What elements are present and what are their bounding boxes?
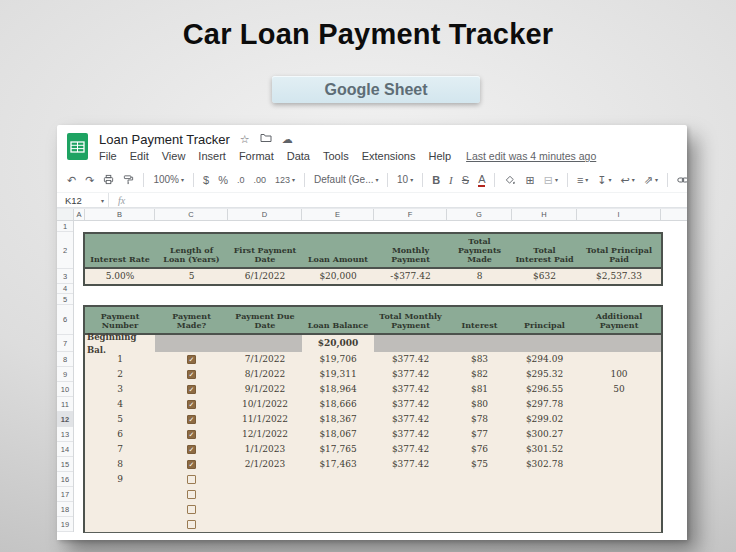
payment-made-checkbox[interactable]	[187, 505, 196, 514]
principal-cell[interactable]: $297.78	[512, 398, 577, 411]
formula-input[interactable]	[125, 193, 687, 207]
payments-header-cell[interactable]: Loan Balance	[302, 307, 374, 333]
doc-title[interactable]: Loan Payment Tracker	[99, 132, 230, 147]
summary-header-cell[interactable]: Loan Amount	[302, 234, 374, 267]
column-header-g[interactable]: G	[447, 209, 512, 220]
summary-value-cell[interactable]: 5	[155, 270, 228, 283]
row-header-10[interactable]: 10	[57, 382, 73, 397]
row-header-18[interactable]: 18	[57, 502, 73, 517]
interest-cell[interactable]: $80	[447, 398, 512, 411]
row-header-9[interactable]: 9	[57, 367, 73, 382]
interest-cell[interactable]: $76	[447, 443, 512, 456]
format-percent-button[interactable]: %	[218, 174, 228, 186]
interest-cell[interactable]: $77	[447, 428, 512, 441]
row-header-4[interactable]: 4	[57, 284, 73, 294]
row-header-6[interactable]: 6	[57, 305, 73, 335]
summary-value-cell[interactable]: -$377.42	[374, 270, 447, 283]
payment-made-cell[interactable]: ✓	[155, 367, 228, 382]
monthly-payment-cell[interactable]: $377.42	[374, 413, 447, 426]
menu-view[interactable]: View	[162, 150, 186, 162]
more-formats-button[interactable]: 123▾	[275, 174, 295, 186]
payment-number-cell[interactable]: 9	[85, 473, 155, 486]
interest-cell[interactable]: $83	[447, 353, 512, 366]
summary-value-cell[interactable]: 5.00%	[85, 270, 155, 283]
monthly-payment-cell[interactable]: $377.42	[374, 428, 447, 441]
payments-header-cell[interactable]: Total Monthly Payment	[374, 307, 447, 333]
principal-cell[interactable]: $300.27	[512, 428, 577, 441]
payment-made-cell[interactable]: ✓	[155, 382, 228, 397]
print-icon[interactable]	[103, 174, 114, 185]
move-folder-icon[interactable]	[260, 133, 272, 145]
loan-balance-cell[interactable]: $19,311	[302, 368, 374, 381]
payment-made-cell[interactable]: ✓	[155, 442, 228, 457]
row-header-16[interactable]: 16	[57, 472, 73, 487]
summary-value-cell[interactable]: $20,000	[302, 270, 374, 283]
menu-format[interactable]: Format	[239, 150, 274, 162]
principal-cell[interactable]: $294.09	[512, 353, 577, 366]
payment-made-cell[interactable]	[155, 472, 228, 487]
menu-file[interactable]: File	[99, 150, 117, 162]
column-header-f[interactable]: F	[374, 209, 447, 220]
summary-header-cell[interactable]: First Payment Date	[228, 234, 302, 267]
summary-value-cell[interactable]: 8	[447, 270, 512, 283]
row-header-7[interactable]: 7	[57, 335, 73, 352]
summary-header-cell[interactable]: Monthly Payment	[374, 234, 447, 267]
monthly-payment-cell[interactable]: $377.42	[374, 398, 447, 411]
row-header-13[interactable]: 13	[57, 427, 73, 442]
interest-cell[interactable]: $78	[447, 413, 512, 426]
payment-made-checkbox[interactable]: ✓	[187, 355, 196, 364]
due-date-cell[interactable]: 11/1/2022	[228, 413, 302, 426]
loan-balance-cell[interactable]: $17,765	[302, 443, 374, 456]
menu-extensions[interactable]: Extensions	[362, 150, 416, 162]
loan-balance-cell[interactable]: $17,463	[302, 458, 374, 471]
payments-header-cell[interactable]: Principal	[512, 307, 577, 333]
italic-button[interactable]: I	[449, 174, 453, 186]
payment-made-checkbox[interactable]: ✓	[187, 385, 196, 394]
payment-made-checkbox[interactable]: ✓	[187, 460, 196, 469]
monthly-payment-cell[interactable]: $377.42	[374, 353, 447, 366]
due-date-cell[interactable]: 7/1/2022	[228, 353, 302, 366]
principal-cell[interactable]: $295.32	[512, 368, 577, 381]
column-header-a[interactable]: A	[74, 209, 85, 220]
payment-made-cell[interactable]: ✓	[155, 352, 228, 367]
payment-made-cell[interactable]	[155, 487, 228, 502]
due-date-cell[interactable]: 1/1/2023	[228, 443, 302, 456]
loan-balance-cell[interactable]: $19,706	[302, 353, 374, 366]
payment-number-cell[interactable]: 6	[85, 428, 155, 441]
due-date-cell[interactable]: 9/1/2022	[228, 383, 302, 396]
column-header-b[interactable]: B	[85, 209, 155, 220]
row-header-5[interactable]: 5	[57, 294, 73, 305]
due-date-cell[interactable]: 12/1/2022	[228, 428, 302, 441]
monthly-payment-cell[interactable]: $377.42	[374, 383, 447, 396]
payments-header-cell[interactable]: Additional Payment	[577, 307, 661, 333]
summary-value-cell[interactable]: $2,537.33	[577, 270, 661, 283]
payment-number-cell[interactable]: 2	[85, 368, 155, 381]
last-edit-link[interactable]: Last edit was 4 minutes ago	[466, 150, 596, 162]
payment-made-checkbox[interactable]	[187, 490, 196, 499]
column-header-i[interactable]: I	[577, 209, 661, 220]
row-header-1[interactable]: 1	[57, 221, 73, 232]
name-box[interactable]: K12▾	[57, 193, 109, 207]
row-header-2[interactable]: 2	[57, 232, 73, 269]
due-date-cell[interactable]: 2/1/2023	[228, 458, 302, 471]
interest-cell[interactable]: $81	[447, 383, 512, 396]
fill-color-icon[interactable]	[504, 174, 516, 185]
summary-header-cell[interactable]: Total Payments Made	[447, 234, 512, 267]
summary-header-cell[interactable]: Length of Loan (Years)	[155, 234, 228, 267]
monthly-payment-cell[interactable]: $377.42	[374, 458, 447, 471]
loan-balance-cell[interactable]: $18,666	[302, 398, 374, 411]
column-header-c[interactable]: C	[155, 209, 228, 220]
monthly-payment-cell[interactable]: $377.42	[374, 443, 447, 456]
menu-help[interactable]: Help	[428, 150, 451, 162]
horizontal-align-icon[interactable]: ≡▾	[577, 174, 588, 186]
beginning-loan-balance[interactable]: $20,000	[302, 337, 374, 350]
bold-button[interactable]: B	[432, 174, 440, 186]
payment-number-cell[interactable]: 4	[85, 398, 155, 411]
payment-made-checkbox[interactable]	[187, 520, 196, 529]
payment-made-checkbox[interactable]: ✓	[187, 430, 196, 439]
payment-number-cell[interactable]: 1	[85, 353, 155, 366]
payment-made-checkbox[interactable]	[187, 475, 196, 484]
undo-icon[interactable]: ↶	[67, 174, 76, 186]
strikethrough-button[interactable]: S	[462, 174, 469, 186]
menu-data[interactable]: Data	[287, 150, 310, 162]
